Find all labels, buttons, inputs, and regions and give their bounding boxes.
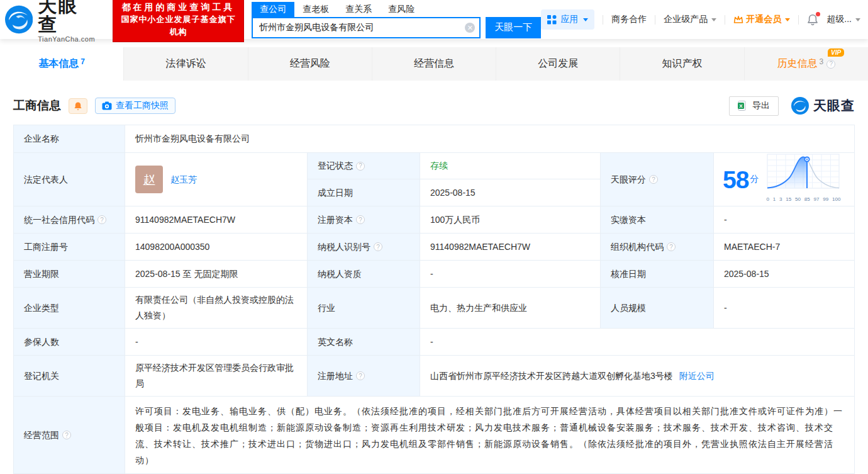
brand-watermark: 天眼查 — [791, 97, 855, 115]
nav-item-open-vip[interactable]: 开通会员 — [733, 14, 790, 25]
search-button[interactable]: 天眼一下 — [486, 17, 541, 38]
help-icon[interactable]: ? — [356, 162, 365, 171]
score-distribution-chart: 01 315 5085 9799 100 — [766, 152, 840, 207]
page-title: 工商信息 — [13, 98, 61, 114]
legal-rep-cell: 赵 赵玉芳 — [125, 153, 308, 206]
credit-code-value: 91140982MAETAECH7W — [125, 206, 308, 234]
avatar[interactable]: 赵 — [135, 166, 163, 193]
reg-authority-value: 原平经济技术开发区管理委员会行政审批局 — [125, 356, 308, 397]
tab-basic-info[interactable]: 基本信息 7 — [0, 47, 123, 81]
divider — [603, 15, 603, 25]
industry-value: 电力、热力生产和供应业 — [420, 288, 601, 329]
promo-banner: 都在用的商业查询工具 国家中小企业发展子基金旗下机构 — [113, 0, 245, 42]
help-icon[interactable]: ? — [667, 242, 676, 251]
field-label: 英文名称 — [308, 329, 420, 356]
insured-count-value: - — [125, 329, 308, 356]
top-header: 天眼查 TianYanCha.com 都在用的商业查询工具 国家中小企业发展子基… — [0, 0, 868, 39]
help-icon[interactable]: ? — [356, 215, 365, 224]
tab-intellectual-property[interactable]: 知识产权 — [620, 47, 743, 81]
header-nav: 应用 商务合作 企业级产品 开通会员 超级... — [541, 9, 860, 30]
tianyancha-swirl-icon — [791, 97, 809, 115]
chevron-down-icon — [711, 18, 716, 21]
help-icon[interactable]: ? — [826, 60, 835, 69]
business-scope-value: 许可项目：发电业务、输电业务、供（配）电业务。（依法须经批准的项目，经相关部门批… — [125, 397, 855, 474]
tab-history-info[interactable]: 历史信息 3 ? VIP — [744, 47, 868, 81]
brand-name: 天眼查 — [813, 97, 855, 115]
tab-legal[interactable]: 法律诉讼 — [123, 47, 247, 81]
field-label: 参保人数 — [14, 329, 125, 356]
svg-text:X: X — [739, 103, 743, 109]
field-label: 注册地址? — [308, 356, 420, 397]
reg-address-cell: 山西省忻州市原平经济技术开发区跨越大道双创孵化基地3号楼 附近公司 — [420, 356, 855, 397]
score-value: 58 — [723, 167, 748, 192]
subscribe-bell-button[interactable] — [69, 98, 87, 114]
apps-label: 应用 — [560, 14, 578, 25]
field-label: 人员规模 — [601, 288, 714, 329]
search-clear-icon[interactable]: ✕ — [465, 23, 475, 33]
business-info-table: 企业名称 忻州市金朔风电设备有限公司 法定代表人 赵 赵玉芳 登记状态? 存续 … — [13, 125, 855, 474]
field-label: 纳税人识别号? — [308, 234, 420, 261]
nav-item-cooperation[interactable]: 商务合作 — [611, 14, 647, 25]
help-icon[interactable]: ? — [374, 242, 382, 251]
field-label: 成立日期 — [308, 179, 420, 206]
nearby-companies-link[interactable]: 附近公司 — [679, 368, 715, 384]
search-tab-risk[interactable]: 查风险 — [380, 2, 423, 17]
score-unit: 分 — [750, 171, 759, 187]
field-label: 统一社会信用代码? — [14, 206, 125, 234]
field-label: 天眼评分? — [601, 153, 714, 206]
search-tabs: 查公司 查老板 查关系 查风险 — [252, 1, 541, 17]
nav-item-user[interactable]: 超级... — [826, 14, 860, 25]
notification-bell[interactable] — [807, 14, 818, 26]
divider — [798, 15, 799, 25]
promo-line2: 国家中小企业发展子基金旗下机构 — [121, 13, 236, 38]
field-label: 注册资本? — [308, 206, 420, 234]
tianyancha-logo[interactable]: 天眼查 TianYanCha.com — [5, 0, 96, 43]
reg-status-value: 存续 — [420, 153, 601, 179]
search-tab-relation[interactable]: 查关系 — [337, 2, 380, 17]
field-label: 纳税人资质 — [308, 261, 420, 288]
field-label: 登记机关 — [14, 356, 125, 397]
legal-rep-link[interactable]: 赵玉芳 — [170, 172, 197, 188]
help-icon[interactable]: ? — [649, 175, 658, 184]
help-icon[interactable]: ? — [97, 215, 106, 224]
tab-company-development[interactable]: 公司发展 — [496, 47, 620, 81]
score-cell: 58 分 — [714, 153, 855, 206]
reg-address-value: 山西省忻州市原平经济技术开发区跨越大道双创孵化基地3号楼 — [430, 368, 673, 384]
tab-count: 7 — [81, 57, 85, 66]
promo-line1: 都在用的商业查询工具 — [121, 1, 236, 13]
establish-date-value: 2025-08-15 — [420, 179, 601, 206]
search-tab-company[interactable]: 查公司 — [252, 2, 294, 17]
field-label: 行业 — [308, 288, 420, 329]
reg-capital-value: 100万人民币 — [420, 206, 601, 234]
main-content: 工商信息 查看工商快照 X 导出 — [0, 91, 868, 474]
vip-badge: VIP — [828, 48, 844, 57]
taxpayer-id-value: 91140982MAETAECH7W — [420, 234, 601, 261]
field-label: 企业类型 — [14, 288, 125, 329]
search-input[interactable] — [252, 17, 481, 38]
search-tab-boss[interactable]: 查老板 — [294, 2, 337, 17]
search-box: 查公司 查老板 查关系 查风险 ✕ 天眼一下 — [252, 1, 541, 38]
approval-date-value: 2025-08-15 — [714, 261, 855, 288]
snapshot-button[interactable]: 查看工商快照 — [95, 98, 175, 114]
field-label: 法定代表人 — [14, 153, 125, 206]
help-icon[interactable]: ? — [356, 371, 365, 380]
tab-operation-info[interactable]: 经营信息 — [372, 47, 496, 81]
nav-item-enterprise[interactable]: 企业级产品 — [664, 14, 716, 25]
field-label: 组织机构代码? — [601, 234, 714, 261]
field-label: 企业名称 — [14, 125, 125, 153]
help-icon[interactable]: ? — [62, 431, 71, 439]
reg-number-value: 14098200A000350 — [125, 234, 308, 261]
tab-count: 3 — [819, 57, 823, 66]
chevron-down-icon — [583, 18, 588, 21]
score-axis-ticks: 01 315 5085 9799 100 — [766, 191, 840, 207]
camera-icon — [102, 101, 112, 110]
tab-operation-risk[interactable]: 经营风险 — [248, 47, 372, 81]
company-type-value: 有限责任公司（非自然人投资或控股的法人独资） — [125, 288, 308, 329]
export-button[interactable]: X 导出 — [729, 96, 779, 116]
chevron-down-icon — [855, 18, 860, 21]
apps-menu[interactable]: 应用 — [541, 9, 594, 30]
section-tabbar: 基本信息 7 法律诉讼 经营风险 经营信息 公司发展 知识产权 历史信息 3 ?… — [0, 47, 868, 81]
field-label: 实缴资本 — [601, 206, 714, 234]
divider — [655, 15, 655, 25]
crown-icon — [733, 15, 743, 24]
